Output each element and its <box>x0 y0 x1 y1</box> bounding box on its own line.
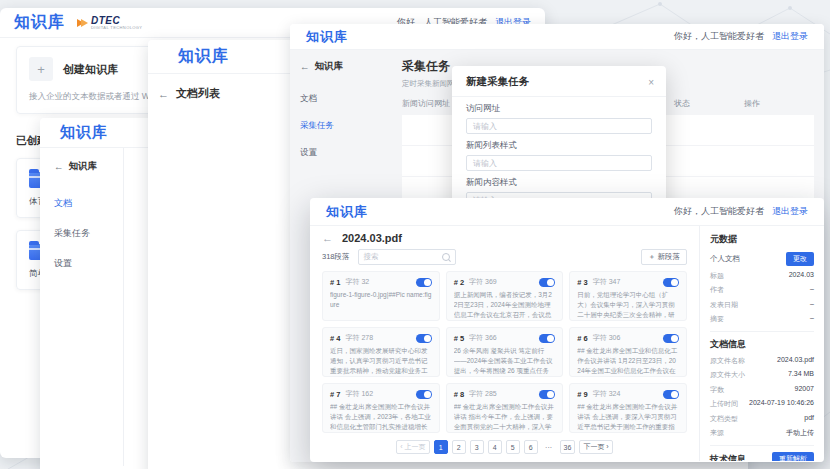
chunk-enabled-toggle[interactable] <box>663 390 679 399</box>
chunk-text: 近日，国家测绘发展研究中心印发通知，认真学习贯彻习近平总书记重要批示精神，推动党… <box>330 346 432 377</box>
greeting-text: 你好，人工智能爱好者 <box>674 30 764 43</box>
pagination-prev[interactable]: ‹ 上一页 <box>396 440 429 454</box>
dtec-arrow-icon <box>77 19 88 27</box>
meta-label: 标题 <box>710 271 724 281</box>
desktop: 知识库 DTEC DIGITAL TECHNOLOGY 你好，人工智能爱好者 退… <box>0 0 830 469</box>
chunk-enabled-toggle[interactable] <box>539 390 555 399</box>
meta-value: – <box>810 314 814 324</box>
sidebar-item-collect-tasks[interactable]: 采集任务 <box>54 227 123 240</box>
dtec-wordmark: DTEC <box>91 16 142 26</box>
dtec-subtext: DIGITAL TECHNOLOGY <box>91 26 142 30</box>
info-value: pdf <box>804 414 814 424</box>
sidebar-item-collect-tasks[interactable]: 采集任务 <box>300 120 376 132</box>
close-icon[interactable]: × <box>648 77 654 88</box>
chunk-char-count: 字符 32 <box>345 277 369 287</box>
app-logo: 知识库 <box>60 123 108 142</box>
info-label: 原文件名称 <box>710 356 745 366</box>
chunk-enabled-toggle[interactable] <box>539 278 555 287</box>
search-input[interactable]: 搜索 <box>358 249 456 265</box>
chunk-enabled-toggle[interactable] <box>539 334 555 343</box>
sidebar-item-settings[interactable]: 设置 <box>54 257 123 270</box>
modal-title: 新建采集任务 <box>466 75 529 89</box>
back-arrow-icon[interactable]: ← <box>322 232 333 244</box>
metadata-panel: 元数据 个人文档 更改 标题2024.03 作者– 发表日期– 摘要– 文档信息… <box>699 226 824 461</box>
chunk-text: ## 金壮龙出席全国测绘工作会议并讲话 会上强调，2023年，各地工业和信息化主… <box>330 402 432 433</box>
metadata-heading: 元数据 <box>710 233 814 246</box>
chunk-card[interactable]: # 4字符 278 近日，国家测绘发展研究中心印发通知，认真学习贯彻习近平总书记… <box>322 327 440 377</box>
chunk-card[interactable]: # 9字符 324 ## 金壮龙出席全国测绘工作会议并讲话 会上强调，要深入学习… <box>569 383 687 433</box>
chunk-card[interactable]: # 3字符 347 日前，党组理论学习中心组（扩大）会议集中学习，深入学习贯彻二… <box>569 271 687 321</box>
chunk-id: # 4 <box>330 334 340 343</box>
chunk-card[interactable]: # 1字符 32 figure-1-figure-0.jpg|##Pic nam… <box>322 271 440 321</box>
pagination-next[interactable]: 下一页 › <box>579 440 612 454</box>
back-arrow-icon: ← <box>158 88 169 100</box>
info-label: 来源 <box>710 428 724 438</box>
chunk-text: 26 余年风雨 凝聚共识 笃定前行——2024年全国装备工业工作会议提出，今年将… <box>454 346 556 377</box>
info-value: 2024-07-19 10:46:26 <box>749 399 814 409</box>
sidebar-item-documents[interactable]: 文档 <box>54 197 123 210</box>
chunk-grid: # 1字符 32 figure-1-figure-0.jpg|##Pic nam… <box>322 271 687 433</box>
add-paragraph-button[interactable]: ＋ 新段落 <box>641 249 687 265</box>
logout-link[interactable]: 退出登录 <box>772 30 808 43</box>
chunk-enabled-toggle[interactable] <box>663 278 679 287</box>
chunk-char-count: 字符 324 <box>593 389 621 399</box>
kb-detail-sidebar: ← 知识库 文档 采集任务 设置 <box>40 148 124 466</box>
document-title: 2024.03.pdf <box>342 232 402 244</box>
pagination-page-2[interactable]: 2 <box>452 440 466 454</box>
chunk-char-count: 字符 285 <box>469 389 497 399</box>
pagination-page-4[interactable]: 4 <box>488 440 502 454</box>
column-header-actions: 操作 <box>744 98 814 109</box>
chunk-enabled-toggle[interactable] <box>416 390 432 399</box>
change-button[interactable]: 更改 <box>786 252 814 266</box>
chunk-id: # 9 <box>577 390 587 399</box>
doc-detail-header: 知识库 你好，人工智能爱好者 退出登录 <box>310 198 824 226</box>
chunk-card[interactable]: # 7字符 162 ## 金壮龙出席全国测绘工作会议并讲话 会上强调，2023年… <box>322 383 440 433</box>
chunk-char-count: 字符 366 <box>469 333 497 343</box>
chunk-enabled-toggle[interactable] <box>416 278 432 287</box>
back-to-kb-list[interactable]: ← 知识库 <box>300 60 376 73</box>
greeting-text: 你好，人工智能爱好者 <box>674 205 764 218</box>
info-value: 92007 <box>795 385 814 395</box>
pagination-page-36[interactable]: 36 <box>560 440 576 454</box>
chunk-enabled-toggle[interactable] <box>416 334 432 343</box>
sidebar-item-documents[interactable]: 文档 <box>300 93 376 105</box>
chunk-card[interactable]: # 5字符 366 26 余年风雨 凝聚共识 笃定前行——2024年全国装备工业… <box>446 327 564 377</box>
chunk-card[interactable]: # 8字符 285 ## 金壮龙出席全国测绘工作会议并讲话 指出今年工作，会上强… <box>446 383 564 433</box>
chunk-id: # 6 <box>577 334 587 343</box>
paragraph-count: 318段落 <box>322 252 350 262</box>
url-input[interactable]: 请输入 <box>466 118 652 134</box>
back-to-kb-list[interactable]: ← 知识库 <box>54 160 123 173</box>
chunk-id: # 7 <box>330 390 340 399</box>
pagination-page-3[interactable]: 3 <box>470 440 484 454</box>
chunk-id: # 5 <box>454 334 464 343</box>
info-label: 原文件大小 <box>710 370 745 380</box>
sidebar-item-settings[interactable]: 设置 <box>300 147 376 159</box>
list-style-input[interactable]: 请输入 <box>466 155 652 171</box>
chunk-char-count: 字符 347 <box>593 277 621 287</box>
logout-link[interactable]: 退出登录 <box>772 205 808 218</box>
chunk-enabled-toggle[interactable] <box>663 334 679 343</box>
chunk-card[interactable]: # 6字符 306 ## 金壮龙出席全国工业和信息化工作会议并讲话 1月22日至… <box>569 327 687 377</box>
back-arrow-icon: ← <box>300 61 310 72</box>
app-logo: 知识库 <box>178 46 229 67</box>
info-label: 上传时间 <box>710 399 738 409</box>
pagination-page-6[interactable]: 6 <box>524 440 538 454</box>
pagination-page-1[interactable]: 1 <box>434 440 448 454</box>
chunk-text: 据上新闻网讯，编者按记发，3月22日至23日，2024年全国测绘地理信息工作会议… <box>454 290 556 321</box>
field-label-list-style: 新闻列表样式 <box>466 140 652 152</box>
chunk-char-count: 字符 162 <box>345 389 373 399</box>
reparse-button[interactable]: 重新解析 <box>772 452 814 461</box>
create-kb-title: 创建知识库 <box>63 62 118 77</box>
doc-detail-main: ← 2024.03.pdf 318段落 搜索 ＋ 新段落 # 1字符 32 fi… <box>310 226 699 461</box>
info-value: 手动上传 <box>786 428 814 438</box>
divider <box>710 331 814 332</box>
app-logo: 知识库 <box>306 28 348 46</box>
chunk-card[interactable]: # 2字符 369 据上新闻网讯，编者按记发，3月22日至23日，2024年全国… <box>446 271 564 321</box>
meta-value: – <box>810 285 814 295</box>
pagination-page-5[interactable]: 5 <box>506 440 520 454</box>
chunk-id: # 1 <box>330 278 340 287</box>
pagination-ellipsis[interactable]: ··· <box>542 440 556 454</box>
back-label: 知识库 <box>315 60 344 73</box>
column-header-status: 状态 <box>674 98 744 109</box>
meta-value: – <box>810 300 814 310</box>
